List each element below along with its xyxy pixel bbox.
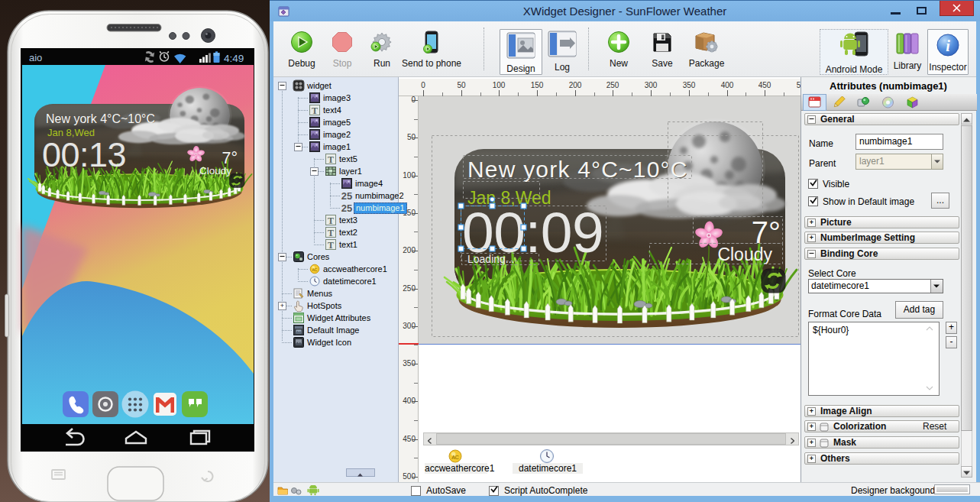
svg-text:Cloudy: Cloudy xyxy=(717,245,772,264)
svg-text:New york 4°C~10°C: New york 4°C~10°C xyxy=(46,112,155,125)
svg-text:Cloudy: Cloudy xyxy=(199,165,231,177)
svg-text:aio: aio xyxy=(29,52,42,63)
svg-text:00:13: 00:13 xyxy=(42,135,126,174)
svg-text:4:49: 4:49 xyxy=(224,53,244,64)
svg-text:Loading...: Loading... xyxy=(467,253,515,265)
svg-text:AC: AC xyxy=(451,455,459,460)
svg-text:New york 4°C~10°C: New york 4°C~10°C xyxy=(467,157,688,182)
svg-text:i: i xyxy=(946,37,950,54)
